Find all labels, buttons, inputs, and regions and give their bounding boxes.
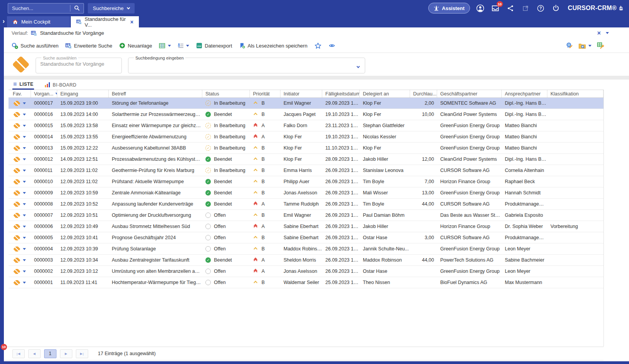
- data-export-button[interactable]: csv Datenexport: [196, 43, 232, 49]
- expand-tabs-button[interactable]: ›: [0, 16, 6, 27]
- close-tab-icon[interactable]: ×: [130, 19, 133, 25]
- row-menu-chevron-icon[interactable]: [23, 147, 26, 149]
- search-button[interactable]: [70, 3, 84, 13]
- cell-vorgang[interactable]: 0000006: [31, 224, 57, 229]
- search-select-field[interactable]: Suche auswählen Standardsuche für Vorgän…: [36, 56, 122, 73]
- row-menu-chevron-icon[interactable]: [23, 248, 26, 250]
- table-row[interactable]: 0000013 15.09.2023 12:22 Ausbesserung Ka…: [9, 143, 603, 154]
- table-row[interactable]: 0000011 12.09.2023 11:02 Geothermie-Prüf…: [9, 165, 603, 176]
- cell-vorgang[interactable]: 0000005: [31, 235, 57, 240]
- table-row[interactable]: 0000014 15.09.2023 13:55 Energieeffizien…: [9, 131, 603, 143]
- cell-vorgang[interactable]: 0000009: [31, 190, 57, 196]
- create-button[interactable]: Neuanlage: [119, 43, 152, 49]
- chevron-down-icon[interactable]: [357, 65, 360, 68]
- table-row[interactable]: 0000003 12.09.2023 10:34 Ausbau Zentralr…: [9, 255, 603, 266]
- favorite-diamond-icon[interactable]: [13, 134, 20, 139]
- advanced-search-button[interactable]: Erweiterte Suche: [65, 43, 112, 49]
- row-menu-chevron-icon[interactable]: [23, 125, 26, 127]
- assistant-button[interactable]: Assistent: [428, 3, 470, 14]
- column-header-vorgang[interactable]: Vorgan...: [31, 90, 57, 97]
- favorite-star-button[interactable]: [314, 43, 321, 49]
- save-bookmark-button[interactable]: Als Lesezeichen speichern: [239, 43, 308, 49]
- row-menu-chevron-icon[interactable]: [23, 170, 26, 172]
- row-menu-chevron-icon[interactable]: [23, 226, 26, 228]
- column-header-eingang[interactable]: Eingang: [57, 90, 109, 97]
- cell-vorgang[interactable]: 0000001: [31, 280, 57, 285]
- table-row[interactable]: 0000016 13.09.2023 14:00 Solarthermie zu…: [9, 109, 603, 120]
- tab-mein-cockpit[interactable]: Mein Cockpit: [7, 16, 70, 27]
- last-page-button[interactable]: ▶|: [76, 349, 88, 358]
- cell-vorgang[interactable]: 0000002: [31, 269, 57, 274]
- logout-button[interactable]: [551, 3, 561, 13]
- row-menu-chevron-icon[interactable]: [23, 282, 26, 284]
- tab-standardsuche[interactable]: Standardsuche für V... ×: [71, 16, 139, 27]
- row-menu-chevron-icon[interactable]: [23, 181, 26, 183]
- favorite-diamond-icon[interactable]: [13, 123, 20, 128]
- notification-badge-bottom[interactable]: 10: [1, 344, 7, 350]
- column-header-klassifikation[interactable]: Klassifikation: [547, 90, 603, 97]
- row-menu-chevron-icon[interactable]: [23, 136, 26, 138]
- row-menu-chevron-icon[interactable]: [23, 270, 26, 272]
- cell-vorgang[interactable]: 0000003: [31, 257, 57, 263]
- search-condition-field[interactable]: Suchbedingung eingeben: [128, 56, 365, 73]
- column-header-fav[interactable]: Fav.: [9, 90, 31, 97]
- view-list-button[interactable]: [178, 43, 189, 48]
- favorite-diamond-icon[interactable]: [13, 112, 20, 117]
- table-row[interactable]: 0000017 15.09.2023 19:00 Störung der Tel…: [9, 98, 603, 109]
- cell-vorgang[interactable]: 0000004: [31, 246, 57, 252]
- table-row[interactable]: 0000010 12.09.2023 11:02 Prüfstand: Aktu…: [9, 176, 603, 187]
- table-settings-button[interactable]: [597, 42, 604, 49]
- table-row[interactable]: 0000007 12.09.2023 10:51 Optimierung der…: [9, 210, 603, 221]
- view-table-button[interactable]: [159, 43, 171, 49]
- row-menu-chevron-icon[interactable]: [23, 102, 26, 104]
- tab-liste[interactable]: ≡ LISTE: [12, 80, 34, 90]
- table-row[interactable]: 0000009 12.09.2023 10:59 Zentrale Ammoni…: [9, 187, 603, 199]
- table-row[interactable]: 0000008 12.09.2023 10:52 Anpassung laufe…: [9, 199, 603, 210]
- favorite-diamond-icon[interactable]: [13, 269, 20, 274]
- close-search-icon[interactable]: ×: [597, 30, 601, 36]
- table-row[interactable]: 0000012 14.09.2023 12:51 Prozessabwärmen…: [9, 154, 603, 165]
- current-page-button[interactable]: 1: [44, 349, 56, 358]
- run-search-button[interactable]: Suche ausführen: [12, 43, 58, 49]
- row-menu-chevron-icon[interactable]: [23, 237, 26, 239]
- column-header-status[interactable]: Status: [202, 90, 250, 97]
- table-row[interactable]: 0000001 11.09.2023 11:41 Hochtemperatur-…: [9, 277, 603, 288]
- cell-vorgang[interactable]: 0000017: [31, 100, 57, 106]
- table-row[interactable]: 0000015 15.09.2023 13:58 Einsatz einer W…: [9, 120, 603, 131]
- favorite-diamond-icon[interactable]: [13, 146, 20, 151]
- saved-searches-button[interactable]: [578, 43, 591, 49]
- user-profile-button[interactable]: [476, 3, 485, 13]
- table-row[interactable]: 0000005 12.09.2023 10:41 Prognose Geschä…: [9, 232, 603, 243]
- row-menu-chevron-icon[interactable]: [23, 203, 26, 205]
- row-menu-chevron-icon[interactable]: [23, 214, 26, 216]
- cell-vorgang[interactable]: 0000013: [31, 145, 57, 151]
- row-menu-chevron-icon[interactable]: [23, 259, 26, 261]
- column-header-ansprechpartner[interactable]: Ansprechpartner: [502, 90, 547, 97]
- table-row[interactable]: 0000004 12.09.2023 10:39 Prüfung Solaran…: [9, 243, 603, 255]
- cell-vorgang[interactable]: 0000015: [31, 123, 57, 128]
- open-external-button[interactable]: [521, 3, 530, 13]
- favorite-diamond-icon[interactable]: [13, 280, 20, 285]
- column-header-initiator[interactable]: Initiator: [280, 90, 322, 97]
- search-areas-button[interactable]: Suchbereiche: [88, 3, 135, 14]
- edit-search-button[interactable]: [566, 42, 573, 49]
- table-row[interactable]: 0000002 12.09.2023 10:12 Umrüstung von a…: [9, 266, 603, 277]
- favorite-diamond-icon[interactable]: [13, 224, 20, 229]
- cell-vorgang[interactable]: 0000014: [31, 134, 57, 139]
- history-value[interactable]: Standardsuche für Vorgänge: [40, 30, 104, 36]
- first-page-button[interactable]: |◀: [12, 349, 25, 358]
- column-header-betreff[interactable]: Betreff: [109, 90, 202, 97]
- column-header-durchlauf[interactable]: Durchlau...: [410, 90, 437, 97]
- column-header-prioritaet[interactable]: Priorität: [250, 90, 280, 97]
- notifications-button[interactable]: 10: [491, 3, 500, 13]
- row-menu-chevron-icon[interactable]: [23, 114, 26, 116]
- favorite-diamond-icon[interactable]: [13, 247, 20, 252]
- cell-vorgang[interactable]: 0000007: [31, 213, 57, 218]
- favorite-diamond-icon[interactable]: [13, 168, 20, 173]
- row-menu-chevron-icon[interactable]: [23, 192, 26, 194]
- column-header-geschaeftspartner[interactable]: Geschäftspartner: [437, 90, 502, 97]
- previous-page-button[interactable]: ◀: [28, 349, 41, 358]
- row-menu-chevron-icon[interactable]: [23, 158, 26, 160]
- favorite-diamond-icon[interactable]: [13, 202, 20, 207]
- column-header-delegiert-an[interactable]: Delegiert an: [360, 90, 410, 97]
